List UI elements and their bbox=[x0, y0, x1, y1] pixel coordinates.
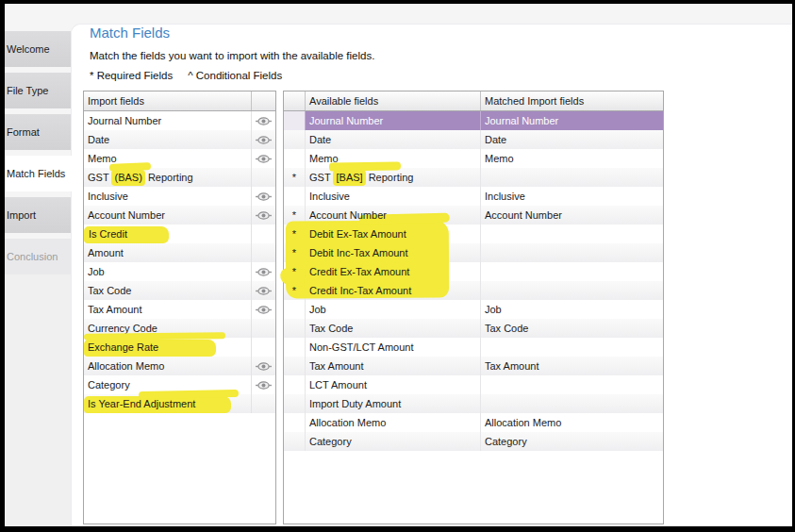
import-field-row-allocation-memo[interactable]: Allocation Memo bbox=[84, 357, 275, 375]
available-field-cell[interactable]: GST [BAS] Reporting bbox=[305, 168, 480, 187]
import-field-row-job[interactable]: Job bbox=[84, 262, 275, 281]
matched-import-field-cell[interactable]: Tax Amount bbox=[480, 357, 663, 375]
matched-import-field-cell[interactable] bbox=[480, 281, 663, 300]
cell-text: Date bbox=[309, 134, 331, 145]
matched-import-field-cell[interactable]: Allocation Memo bbox=[480, 413, 663, 432]
match-row-inclusive[interactable]: InclusiveInclusive bbox=[284, 187, 663, 206]
match-row-tax-code[interactable]: Tax CodeTax Code bbox=[284, 319, 663, 338]
sidebar-item-conclusion[interactable]: Conclusion bbox=[5, 239, 71, 274]
import-field-row-is-year-end-adjustment[interactable]: Is Year-End Adjustment bbox=[84, 394, 275, 413]
available-field-cell[interactable]: Date bbox=[305, 130, 480, 149]
available-field-cell[interactable]: Category bbox=[305, 432, 480, 451]
match-row-date[interactable]: DateDate bbox=[284, 130, 663, 149]
import-field-label-cell[interactable]: Exchange Rate bbox=[84, 338, 251, 357]
available-field-cell[interactable]: Allocation Memo bbox=[305, 413, 480, 432]
available-field-cell[interactable]: Non-GST/LCT Amount bbox=[305, 338, 480, 357]
sidebar-item-welcome[interactable]: Welcome bbox=[5, 31, 71, 67]
wizard-steps-sidebar: WelcomeFile TypeFormatMatch FieldsImport… bbox=[5, 4, 72, 526]
sidebar-item-match-fields[interactable]: Match Fields bbox=[5, 156, 72, 191]
matched-import-field-cell[interactable] bbox=[480, 375, 663, 394]
sidebar-item-file-type[interactable]: File Type bbox=[5, 73, 71, 108]
match-row-category[interactable]: CategoryCategory bbox=[284, 432, 663, 451]
match-indicator-cell[interactable] bbox=[251, 206, 275, 224]
available-field-cell[interactable]: Tax Amount bbox=[305, 357, 480, 375]
matched-import-field-cell[interactable]: Tax Code bbox=[480, 319, 663, 338]
cell-text: * bbox=[292, 285, 296, 296]
import-field-row-tax-code[interactable]: Tax Code bbox=[84, 281, 275, 300]
import-field-label-cell[interactable]: Allocation Memo bbox=[84, 357, 251, 375]
match-indicator-cell[interactable] bbox=[251, 149, 275, 168]
match-indicator-cell[interactable] bbox=[251, 281, 275, 300]
match-indicator-cell[interactable] bbox=[251, 357, 275, 375]
available-field-cell[interactable]: LCT Amount bbox=[305, 375, 480, 394]
matched-import-field-cell[interactable]: Inclusive bbox=[480, 187, 663, 206]
matched-import-field-cell[interactable] bbox=[480, 262, 663, 281]
import-field-label-cell[interactable]: Date bbox=[84, 130, 251, 149]
matched-import-field-cell[interactable] bbox=[480, 394, 663, 413]
matched-import-field-cell[interactable]: Account Number bbox=[480, 206, 663, 224]
import-field-row-tax-amount[interactable]: Tax Amount bbox=[84, 300, 275, 319]
match-indicator-cell[interactable] bbox=[251, 394, 275, 413]
sidebar-item-format[interactable]: Format bbox=[5, 114, 71, 150]
match-indicator-cell[interactable] bbox=[251, 338, 275, 357]
import-field-row-amount[interactable]: Amount bbox=[84, 243, 275, 262]
match-row-non-gst-lct-amount[interactable]: Non-GST/LCT Amount bbox=[284, 338, 663, 357]
match-indicator-cell[interactable] bbox=[251, 130, 275, 149]
marker-highlight: Exchange Rate bbox=[84, 340, 216, 357]
matched-import-field-cell[interactable]: Category bbox=[480, 432, 663, 451]
import-field-label-cell[interactable]: Is Credit bbox=[84, 224, 251, 243]
import-field-row-exchange-rate[interactable]: Exchange Rate bbox=[84, 338, 275, 357]
import-field-row-currency-code[interactable]: Currency Code bbox=[84, 319, 275, 338]
import-field-label-cell[interactable]: Account Number bbox=[84, 206, 251, 224]
available-field-cell[interactable]: Tax Code bbox=[305, 319, 480, 338]
match-row-job[interactable]: JobJob bbox=[284, 300, 663, 319]
match-row-allocation-memo[interactable]: Allocation MemoAllocation Memo bbox=[284, 413, 663, 432]
import-field-row-date[interactable]: Date bbox=[84, 130, 275, 149]
matched-import-field-cell[interactable] bbox=[480, 338, 663, 357]
sidebar-item-import[interactable]: Import bbox=[5, 197, 71, 233]
import-field-row-inclusive[interactable]: Inclusive bbox=[84, 187, 275, 206]
match-indicator-cell[interactable] bbox=[251, 375, 275, 394]
import-field-label-cell[interactable]: GST (BAS) Reporting bbox=[84, 168, 251, 187]
import-field-label-cell[interactable]: Currency Code bbox=[84, 319, 251, 338]
cell-text: Credit Inc-Tax Amount bbox=[309, 285, 411, 296]
match-row-bas[interactable]: *GST [BAS] Reporting bbox=[284, 168, 663, 187]
match-indicator-cell[interactable] bbox=[251, 243, 275, 262]
match-row-lct-amount[interactable]: LCT Amount bbox=[284, 375, 663, 394]
match-indicator-cell[interactable] bbox=[251, 224, 275, 243]
match-indicator-cell[interactable] bbox=[251, 300, 275, 319]
match-indicator-cell[interactable] bbox=[251, 111, 275, 130]
match-indicator-cell[interactable] bbox=[251, 187, 275, 206]
import-field-label-cell[interactable]: Amount bbox=[84, 243, 251, 262]
available-field-cell[interactable]: Journal Number bbox=[305, 111, 480, 130]
import-field-label-cell[interactable]: Is Year-End Adjustment bbox=[84, 394, 251, 413]
import-field-row-is-credit[interactable]: Is Credit bbox=[84, 224, 275, 243]
import-field-label-cell[interactable]: Inclusive bbox=[84, 187, 251, 206]
cell-text: Journal Number bbox=[88, 115, 161, 126]
matched-import-field-cell[interactable]: Job bbox=[480, 300, 663, 319]
matched-import-field-cell[interactable] bbox=[480, 224, 663, 243]
matched-import-field-cell[interactable]: Date bbox=[480, 130, 663, 149]
match-row-import-duty-amount[interactable]: Import Duty Amount bbox=[284, 394, 663, 413]
import-field-row-journal-number[interactable]: Journal Number bbox=[84, 111, 275, 130]
available-field-cell[interactable]: Job bbox=[305, 300, 480, 319]
matched-import-field-cell[interactable]: Memo bbox=[480, 149, 663, 168]
import-field-label-cell[interactable]: Tax Code bbox=[84, 281, 251, 300]
match-row-journal-number[interactable]: Journal NumberJournal Number bbox=[284, 111, 663, 130]
import-field-row-bas[interactable]: GST (BAS) Reporting bbox=[84, 168, 275, 187]
available-field-cell[interactable]: Import Duty Amount bbox=[305, 394, 480, 413]
import-field-label-cell[interactable]: Job bbox=[84, 262, 251, 281]
matched-import-field-cell[interactable] bbox=[480, 243, 663, 262]
import-field-label-cell[interactable]: Journal Number bbox=[84, 111, 251, 130]
available-field-cell[interactable]: Inclusive bbox=[305, 187, 480, 206]
matched-import-field-cell[interactable]: Journal Number bbox=[480, 111, 663, 130]
match-row-tax-amount[interactable]: Tax AmountTax Amount bbox=[284, 357, 663, 375]
match-indicator-cell[interactable] bbox=[251, 319, 275, 338]
match-indicator-cell[interactable] bbox=[251, 262, 275, 281]
import-field-label-cell[interactable]: Tax Amount bbox=[84, 300, 251, 319]
import-table-header-row: Import fields bbox=[84, 91, 275, 111]
required-marker-cell bbox=[284, 187, 305, 206]
matched-import-field-cell[interactable] bbox=[480, 168, 663, 187]
import-field-row-account-number[interactable]: Account Number bbox=[84, 206, 275, 224]
match-indicator-cell[interactable] bbox=[251, 168, 275, 187]
